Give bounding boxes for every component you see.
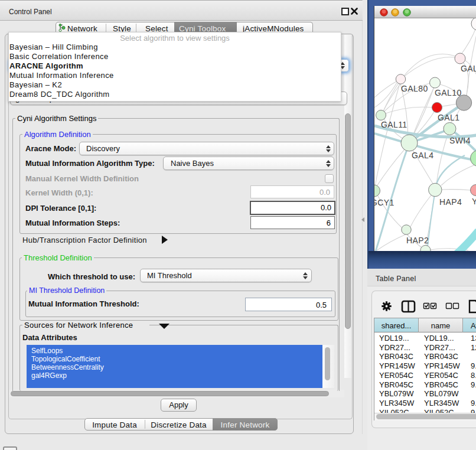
- svg-text:GAL10: GAL10: [435, 88, 462, 97]
- svg-text:GAL4: GAL4: [412, 151, 433, 160]
- svg-text:GAL80: GAL80: [401, 84, 428, 93]
- svg-text:SWI4: SWI4: [449, 136, 471, 145]
- svg-text:GCY1: GCY1: [374, 198, 395, 207]
- svg-text:GAL3: GAL3: [461, 64, 476, 73]
- svg-text:YM: YM: [472, 197, 476, 206]
- svg-text:HAP2: HAP2: [406, 236, 429, 245]
- svg-text:GAL1: GAL1: [438, 113, 459, 122]
- svg-text:HAP4: HAP4: [439, 197, 462, 207]
- svg-text:GAL11: GAL11: [381, 120, 407, 129]
